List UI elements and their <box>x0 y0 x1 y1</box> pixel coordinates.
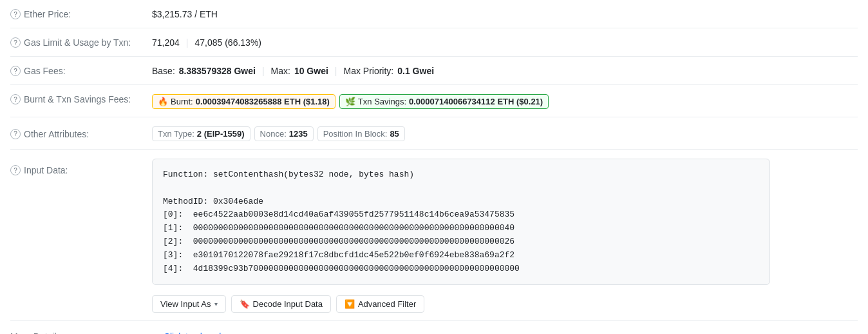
leaf-icon: 🌿 <box>345 97 355 106</box>
ether-price-row: ? Ether Price: $3,215.73 / ETH <box>10 0 858 28</box>
gas-limit-label: ? Gas Limit & Usage by Txn: <box>10 36 152 48</box>
code-line: [1]: 00000000000000000000000000000000000… <box>163 222 759 235</box>
gas-fees-help-icon[interactable]: ? <box>10 66 21 76</box>
base-label: Base: <box>152 66 175 76</box>
savings-badge: 🌿 Txn Savings: 0.00007140066734112 ETH (… <box>339 94 549 109</box>
filter-icon: 🔽 <box>344 299 355 309</box>
nonce-badge: Nonce: 1235 <box>254 126 314 141</box>
txn-type-label: Txn Type: <box>158 129 194 139</box>
code-line: [3]: e3010170122078fae29218f17c8dbcfd1dc… <box>163 249 759 262</box>
ether-price-value: $3,215.73 / ETH <box>152 8 858 19</box>
chevron-down-icon: ▾ <box>214 300 218 308</box>
gas-fees-value: Base: 8.383579328 Gwei | Max: 10 Gwei | … <box>152 64 858 76</box>
more-details-row: More Details: — Click to show less <box>10 321 858 334</box>
burnt-fees-label: ? Burnt & Txn Savings Fees: <box>10 93 152 104</box>
base-value: 8.383579328 Gwei <box>179 66 256 76</box>
other-attrs-value: Txn Type: 2 (EIP-1559) Nonce: 1235 Posit… <box>152 125 858 141</box>
input-data-row: ? Input Data: Function: setContenthash(b… <box>10 150 858 321</box>
gas-limit-row: ? Gas Limit & Usage by Txn: 71,204 | 47,… <box>10 28 858 57</box>
max-priority-label: Max Priority: <box>343 66 393 76</box>
other-attrs-help-icon[interactable]: ? <box>10 129 21 139</box>
other-attrs-label: ? Other Attributes: <box>10 128 152 139</box>
decode-icon: 🔖 <box>240 299 250 309</box>
nonce-label: Nonce: <box>260 129 287 139</box>
burnt-value: 0.00039474083265888 ETH ($1.18) <box>196 97 330 106</box>
input-data-value: Function: setContenthash(bytes32 node, b… <box>152 157 858 313</box>
code-box[interactable]: Function: setContenthash(bytes32 node, b… <box>152 159 770 285</box>
burnt-badge: 🔥 Burnt: 0.00039474083265888 ETH ($1.18) <box>152 94 335 109</box>
code-line: [4]: 4d18399c93b700000000000000000000000… <box>163 262 759 276</box>
more-details-value: — Click to show less <box>152 330 858 334</box>
position-label: Position In Block: <box>323 129 388 139</box>
ether-price-label: ? Ether Price: <box>10 8 152 19</box>
ether-price-help-icon[interactable]: ? <box>10 9 21 19</box>
position-value: 85 <box>390 129 399 139</box>
max-priority-value: 0.1 Gwei <box>397 66 434 76</box>
savings-value: 0.00007140066734112 ETH ($0.21) <box>409 97 543 106</box>
input-data-label: ? Input Data: <box>10 157 152 175</box>
txn-type-value: 2 (EIP-1559) <box>197 129 245 139</box>
fees-divider-2: | <box>335 66 337 76</box>
burnt-fees-help-icon[interactable]: ? <box>10 94 21 104</box>
code-line: MethodID: 0x304e6ade <box>163 195 759 209</box>
burnt-fees-value: 🔥 Burnt: 0.00039474083265888 ETH ($1.18)… <box>152 93 858 109</box>
actions-row: View Input As ▾ 🔖 Decode Input Data 🔽 Ad… <box>152 295 424 313</box>
gas-limit-help-icon[interactable]: ? <box>10 37 21 48</box>
fees-divider-1: | <box>262 66 265 76</box>
code-container: Function: setContenthash(bytes32 node, b… <box>152 159 770 285</box>
show-less-link[interactable]: — Click to show less <box>152 331 235 334</box>
view-input-as-button[interactable]: View Input As ▾ <box>152 295 226 313</box>
other-attrs-row: ? Other Attributes: Txn Type: 2 (EIP-155… <box>10 117 858 150</box>
decode-input-data-label: Decode Input Data <box>253 299 323 309</box>
advanced-filter-label: Advanced Filter <box>358 299 416 309</box>
burnt-label: Burnt: <box>171 97 193 106</box>
gas-fees-label: ? Gas Fees: <box>10 64 152 76</box>
savings-label: Txn Savings: <box>358 97 406 106</box>
position-badge: Position In Block: 85 <box>317 126 405 141</box>
gas-divider: | <box>186 37 189 48</box>
code-line <box>163 182 759 195</box>
gas-fees-row: ? Gas Fees: Base: 8.383579328 Gwei | Max… <box>10 57 858 85</box>
burnt-fees-row: ? Burnt & Txn Savings Fees: 🔥 Burnt: 0.0… <box>10 85 858 117</box>
txn-type-badge: Txn Type: 2 (EIP-1559) <box>152 126 250 141</box>
more-details-label: More Details: <box>10 330 152 334</box>
advanced-filter-button[interactable]: 🔽 Advanced Filter <box>336 295 424 313</box>
input-data-help-icon[interactable]: ? <box>10 165 21 175</box>
decode-input-data-button[interactable]: 🔖 Decode Input Data <box>231 295 331 313</box>
code-line: [2]: 00000000000000000000000000000000000… <box>163 235 759 249</box>
code-line: Function: setContenthash(bytes32 node, b… <box>163 168 759 182</box>
max-label: Max: <box>271 66 290 76</box>
fire-icon: 🔥 <box>158 97 168 106</box>
code-line: [0]: ee6c4522aab0003e8d14cd40a6af439055f… <box>163 208 759 222</box>
gas-limit-value: 71,204 | 47,085 (66.13%) <box>152 36 858 48</box>
nonce-value: 1235 <box>289 129 308 139</box>
view-input-as-label: View Input As <box>160 299 211 309</box>
max-value: 10 Gwei <box>294 66 328 76</box>
